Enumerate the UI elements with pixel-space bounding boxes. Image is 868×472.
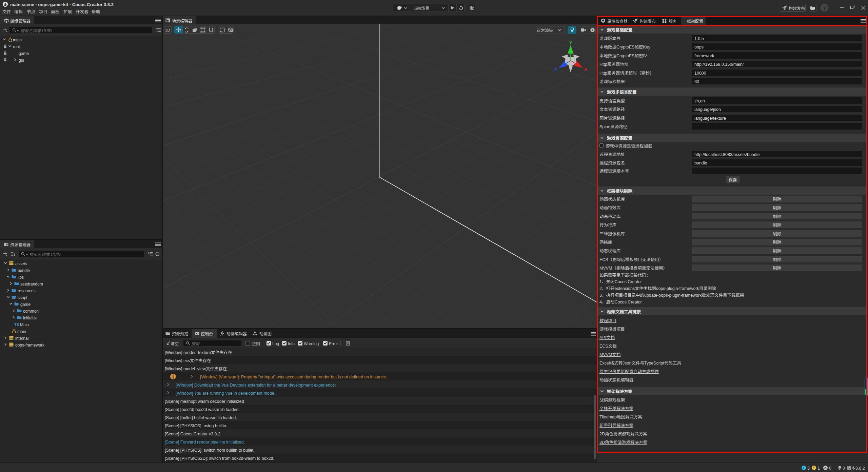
svg-text:X: X [584, 67, 587, 72]
svg-text:i: i [803, 466, 804, 470]
svg-text:Y: Y [569, 41, 572, 45]
svg-text:Z: Z [554, 67, 557, 72]
